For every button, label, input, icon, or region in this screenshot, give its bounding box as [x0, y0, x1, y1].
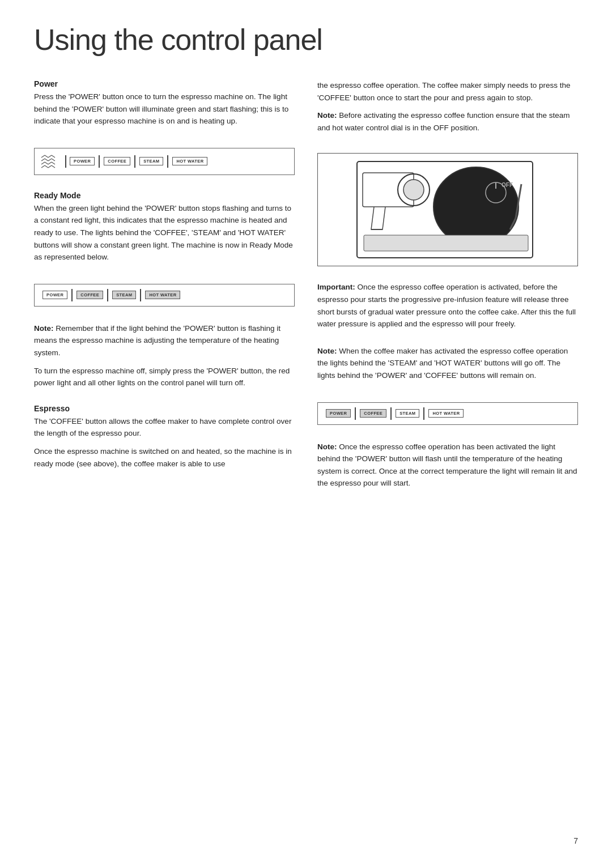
- svg-line-12: [41, 165, 45, 168]
- panel-divider-5: [71, 289, 73, 301]
- espresso-text-1: The 'COFFEE' button allows the coffee ma…: [34, 415, 295, 440]
- panel-buttons-row-3: POWER COFFEE STEAM HOT WATER: [326, 407, 464, 420]
- control-panel-diagram-1: POWER COFFEE STEAM HOT WATER: [34, 148, 295, 175]
- svg-line-5: [45, 159, 48, 161]
- espresso-text-2: Once the espresso machine is switched on…: [34, 445, 295, 470]
- right-column: the espresso coffee operation. The coffe…: [317, 79, 578, 494]
- important-text: Important: Once the espresso coffee oper…: [317, 281, 578, 330]
- ready-mode-heading: Ready Mode: [34, 191, 295, 200]
- ready-mode-note-1: Note: Remember that if the light behind …: [34, 322, 295, 359]
- svg-line-3: [52, 155, 55, 158]
- svg-line-13: [45, 165, 48, 168]
- power-btn-1: POWER: [70, 157, 95, 165]
- svg-line-14: [48, 165, 52, 168]
- hot-water-btn-2: HOT WATER: [145, 291, 180, 299]
- right-para-note: Note: Before activating the espresso cof…: [317, 109, 578, 134]
- panel-divider-7: [140, 289, 141, 301]
- coffee-btn-3: COFFEE: [360, 409, 386, 418]
- page-title: Using the control panel: [34, 23, 578, 57]
- svg-line-7: [52, 159, 55, 161]
- main-layout: Power Press the 'POWER' button once to t…: [34, 79, 578, 494]
- svg-line-8: [41, 162, 45, 164]
- page-number: 7: [573, 836, 578, 845]
- svg-line-2: [48, 155, 52, 158]
- power-btn-3: POWER: [326, 409, 351, 418]
- important-note-block: Important: Once the espresso coffee oper…: [317, 281, 578, 330]
- panel-buttons-row-1: POWER COFFEE STEAM HOT WATER: [70, 155, 207, 168]
- ready-mode-text: When the green light behind the 'POWER' …: [34, 202, 295, 263]
- panel-divider-6: [107, 289, 108, 301]
- espresso-section: Espresso The 'COFFEE' button allows the …: [34, 404, 295, 470]
- panel-buttons-row-2: POWER COFFEE STEAM HOT WATER: [42, 289, 180, 301]
- panel-divider-4: [167, 155, 168, 168]
- steam-btn-2: STEAM: [112, 291, 136, 299]
- right-para-1: the espresso coffee operation. The coffe…: [317, 79, 578, 104]
- machine-svg: OFF: [351, 156, 544, 263]
- power-text: Press the 'POWER' button once to turn th…: [34, 91, 295, 127]
- coffee-btn-1: COFFEE: [104, 157, 130, 165]
- svg-line-4: [41, 159, 45, 161]
- espresso-machine-diagram: OFF: [317, 153, 578, 266]
- panel-divider-2: [99, 155, 100, 168]
- note3-text: Note: Once the espresso coffee operation…: [317, 441, 578, 490]
- power-symbol-icon: [40, 153, 60, 170]
- ready-mode-note-block: Note: Remember that if the light behind …: [34, 322, 295, 389]
- power-icon-area: [40, 153, 60, 170]
- panel-divider-3: [134, 155, 135, 168]
- svg-line-1: [45, 155, 48, 158]
- svg-rect-25: [364, 235, 528, 251]
- steam-btn-3: STEAM: [396, 409, 419, 418]
- svg-point-20: [403, 180, 424, 200]
- hot-water-btn-3: HOT WATER: [428, 409, 464, 418]
- ready-mode-section: Ready Mode When the green light behind t…: [34, 191, 295, 263]
- ready-mode-note-2: To turn the espresso machine off, simply…: [34, 365, 295, 389]
- control-panel-diagram-2: POWER COFFEE STEAM HOT WATER: [34, 284, 295, 307]
- svg-line-15: [52, 165, 55, 168]
- note3-block: Note: Once the espresso coffee operation…: [317, 441, 578, 490]
- power-heading: Power: [34, 79, 295, 88]
- svg-point-21: [434, 167, 518, 246]
- svg-line-10: [48, 162, 52, 164]
- svg-line-9: [45, 162, 48, 164]
- svg-line-0: [41, 155, 45, 158]
- left-column: Power Press the 'POWER' button once to t…: [34, 79, 295, 494]
- espresso-heading: Espresso: [34, 404, 295, 413]
- steam-btn-1: STEAM: [139, 157, 163, 165]
- panel-divider-1: [65, 155, 66, 168]
- power-section: Power Press the 'POWER' button once to t…: [34, 79, 295, 127]
- note2-block: Note: When the coffee maker has activate…: [317, 345, 578, 382]
- panel-divider-9: [390, 407, 392, 420]
- control-panel-diagram-3: POWER COFFEE STEAM HOT WATER: [317, 402, 578, 425]
- panel-divider-10: [423, 407, 424, 420]
- svg-line-11: [52, 162, 55, 164]
- coffee-btn-2: COFFEE: [76, 291, 103, 299]
- note2-text: Note: When the coffee maker has activate…: [317, 345, 578, 382]
- power-btn-2: POWER: [42, 291, 67, 299]
- panel-divider-8: [355, 407, 356, 420]
- svg-line-6: [48, 159, 52, 161]
- right-top-text: the espresso coffee operation. The coffe…: [317, 79, 578, 134]
- hot-water-btn-1: HOT WATER: [172, 157, 207, 165]
